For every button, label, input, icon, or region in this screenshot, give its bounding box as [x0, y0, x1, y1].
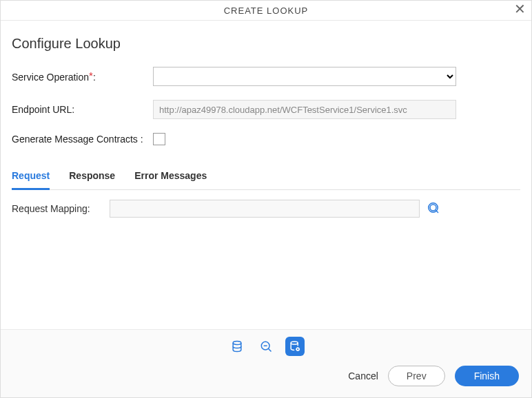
service-operation-select[interactable] — [153, 67, 456, 86]
close-icon: ✕ — [514, 1, 526, 17]
tab-error-messages[interactable]: Error Messages — [134, 165, 207, 189]
request-mapping-input[interactable] — [110, 200, 420, 218]
modal-header: CREATE LOOKUP ✕ — [1, 1, 531, 21]
finish-button[interactable]: Finish — [455, 366, 519, 386]
generate-contracts-label: Generate Message Contracts : — [12, 134, 153, 145]
tabs: Request Response Error Messages — [12, 165, 520, 190]
tab-request[interactable]: Request — [12, 165, 50, 190]
tab-response[interactable]: Response — [69, 165, 115, 189]
step-1-icon[interactable] — [227, 337, 247, 356]
tab-body: Request Mapping: — [12, 190, 520, 227]
close-button[interactable]: ✕ — [514, 2, 526, 16]
endpoint-url-row: Endpoint URL: — [12, 100, 520, 119]
search-icon — [428, 202, 440, 215]
cancel-button[interactable]: Cancel — [348, 370, 378, 381]
svg-point-3 — [233, 342, 241, 345]
svg-point-8 — [296, 348, 299, 350]
svg-point-0 — [430, 205, 436, 211]
required-star-icon: * — [89, 70, 93, 81]
request-mapping-label: Request Mapping: — [12, 203, 101, 214]
mapping-search-button[interactable] — [428, 202, 440, 215]
request-mapping-row: Request Mapping: — [12, 200, 520, 218]
generate-contracts-checkbox[interactable] — [153, 133, 165, 145]
prev-button[interactable]: Prev — [388, 366, 445, 386]
service-operation-row: Service Operation*: — [12, 67, 520, 86]
database-icon — [230, 339, 244, 353]
wizard-steps — [1, 330, 531, 362]
create-lookup-modal: CREATE LOOKUP ✕ Configure Lookup Service… — [0, 0, 532, 398]
service-operation-label: Service Operation*: — [12, 71, 153, 83]
zoom-out-icon — [259, 339, 273, 353]
generate-contracts-row: Generate Message Contracts : — [12, 133, 520, 145]
modal-footer: Cancel Prev Finish — [1, 329, 531, 397]
database-gear-icon — [288, 339, 302, 353]
modal-title: CREATE LOOKUP — [224, 6, 309, 16]
page-heading: Configure Lookup — [12, 36, 520, 52]
svg-point-7 — [291, 342, 298, 344]
step-3-icon[interactable] — [285, 337, 305, 356]
footer-buttons: Cancel Prev Finish — [1, 362, 531, 397]
step-2-icon[interactable] — [256, 337, 276, 356]
endpoint-url-input[interactable] — [153, 100, 456, 119]
endpoint-url-label: Endpoint URL: — [12, 104, 153, 115]
modal-content: Configure Lookup Service Operation*: End… — [1, 21, 531, 329]
svg-line-5 — [268, 348, 271, 351]
